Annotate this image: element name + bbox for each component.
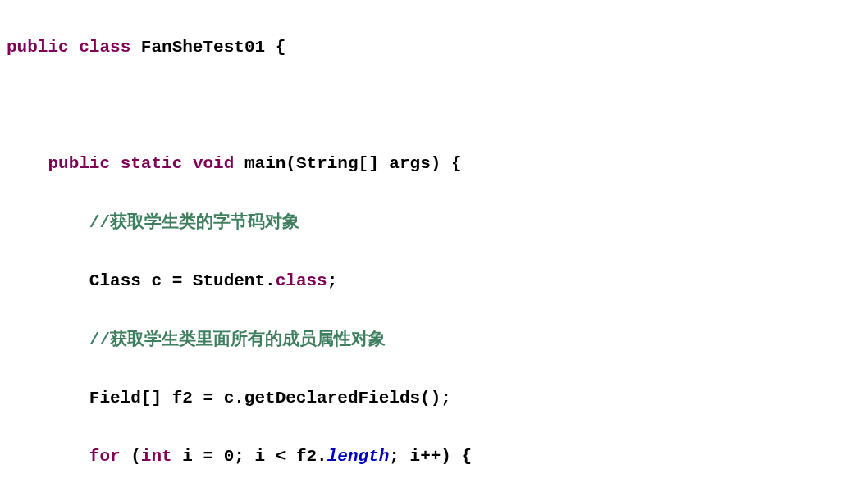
keyword-public: public — [7, 38, 69, 57]
class-name: FanSheTest01 — [141, 38, 265, 57]
indent — [7, 330, 89, 349]
keyword-for: for — [89, 447, 121, 466]
keyword-int: int — [141, 447, 172, 466]
field-length: length — [327, 447, 390, 466]
code-line: for (int i = 0; i < f2.length; i++) { — [7, 442, 861, 471]
code-line: //获取学生类里面所有的成员属性对象 — [7, 325, 861, 355]
code-line: Field[] f2 = c.getDeclaredFields(); — [7, 384, 861, 413]
comment: //获取学生类的字节码对象 — [89, 213, 299, 232]
code-line: Class c = Student.class; — [7, 266, 861, 296]
indent — [7, 154, 48, 173]
keyword-void: void — [193, 154, 234, 173]
code-text: Field[] f2 = c.getDeclaredFields(); — [89, 389, 451, 407]
code-editor[interactable]: public class FanSheTest01 { public stati… — [0, 0, 868, 478]
keyword-class-literal: class — [276, 271, 327, 290]
keyword-class: class — [79, 38, 130, 57]
code-text: ; i++) { — [389, 447, 472, 466]
indent — [7, 271, 89, 290]
params: (String[] args) { — [286, 154, 461, 173]
code-line: //获取学生类的字节码对象 — [7, 208, 861, 238]
indent — [7, 389, 89, 407]
code-text: i = 0; i < f2. — [172, 447, 327, 466]
indent — [7, 447, 89, 466]
indent — [7, 213, 89, 232]
code-line-empty — [7, 91, 861, 121]
code-line: public class FanSheTest01 { — [7, 33, 861, 62]
comment: //获取学生类里面所有的成员属性对象 — [89, 330, 386, 349]
brace: { — [265, 38, 286, 57]
code-text: Class c = Student. — [89, 271, 276, 290]
code-text: ( — [121, 447, 141, 466]
method-name: main — [244, 154, 286, 173]
keyword-static: static — [121, 154, 183, 173]
code-line: public static void main(String[] args) { — [7, 149, 861, 179]
keyword-public: public — [48, 154, 110, 173]
code-text: ; — [327, 271, 338, 290]
